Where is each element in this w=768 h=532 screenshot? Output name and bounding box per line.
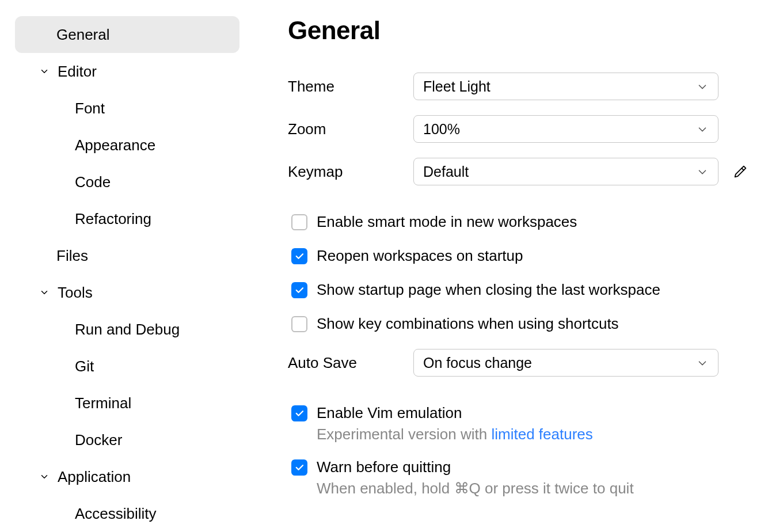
- sidebar-item-docker[interactable]: Docker: [15, 421, 239, 458]
- row-theme: Theme Fleet Light: [288, 73, 750, 100]
- sidebar-item-label: Appearance: [75, 136, 155, 154]
- sidebar-item-editor[interactable]: Editor: [15, 53, 239, 90]
- zoom-select-value: 100%: [423, 121, 460, 138]
- sidebar-item-git[interactable]: Git: [15, 348, 239, 385]
- autosave-select[interactable]: On focus change: [413, 349, 718, 377]
- smart-mode-label: Enable smart mode in new workspaces: [317, 213, 577, 231]
- sidebar-item-label: Git: [75, 358, 94, 375]
- chevron-down-icon: [36, 63, 53, 80]
- theme-select-value: Fleet Light: [423, 78, 491, 95]
- keymap-label: Keymap: [288, 163, 413, 181]
- vim-features-link[interactable]: limited features: [491, 425, 592, 443]
- sidebar-item-accessibility[interactable]: Accessibility: [15, 495, 239, 532]
- warn-quit-description: When enabled, hold ⌘Q or press it twice …: [317, 480, 750, 497]
- theme-label: Theme: [288, 78, 413, 96]
- chevron-down-icon: [696, 356, 709, 369]
- sidebar-item-label: Run and Debug: [75, 321, 180, 339]
- sidebar-item-application[interactable]: Application: [15, 458, 239, 495]
- row-show-startup: Show startup page when closing the last …: [288, 281, 750, 299]
- sidebar-item-terminal[interactable]: Terminal: [15, 385, 239, 421]
- chevron-down-icon: [696, 123, 709, 135]
- row-warn-quit: Warn before quitting: [288, 458, 750, 476]
- row-show-keycombos: Show key combinations when using shortcu…: [288, 315, 750, 333]
- keymap-select-value: Default: [423, 164, 469, 180]
- keymap-select[interactable]: Default: [413, 158, 718, 185]
- warn-quit-checkbox[interactable]: [291, 459, 307, 476]
- pencil-icon[interactable]: [732, 164, 748, 180]
- sidebar-item-label: General: [56, 26, 110, 44]
- sidebar-item-label: Editor: [58, 63, 97, 81]
- show-startup-label: Show startup page when closing the last …: [317, 281, 660, 299]
- sidebar-item-label: Application: [58, 468, 131, 486]
- smart-mode-checkbox[interactable]: [291, 214, 307, 230]
- sidebar-item-refactoring[interactable]: Refactoring: [15, 200, 239, 237]
- sidebar: General Editor Font Appearance Code Refa…: [0, 0, 253, 532]
- sidebar-item-label: Docker: [75, 431, 122, 449]
- sidebar-item-appearance[interactable]: Appearance: [15, 127, 239, 164]
- chevron-down-icon: [696, 80, 709, 93]
- sidebar-item-font[interactable]: Font: [15, 90, 239, 127]
- autosave-select-value: On focus change: [423, 355, 532, 371]
- sidebar-item-code[interactable]: Code: [15, 164, 239, 200]
- chevron-down-icon: [696, 165, 709, 178]
- page-title: General: [288, 16, 750, 45]
- zoom-select[interactable]: 100%: [413, 115, 718, 143]
- sidebar-item-files[interactable]: Files: [15, 237, 239, 274]
- warn-quit-label: Warn before quitting: [317, 458, 451, 476]
- sidebar-item-label: Code: [75, 173, 111, 191]
- vim-label: Enable Vim emulation: [317, 404, 462, 422]
- reopen-checkbox[interactable]: [291, 248, 307, 264]
- sidebar-item-tools[interactable]: Tools: [15, 274, 239, 311]
- vim-desc-prefix: Experimental version with: [317, 425, 491, 443]
- main-panel: General Theme Fleet Light Zoom 100% Keym…: [253, 0, 768, 532]
- svg-line-0: [742, 168, 744, 170]
- show-keycombos-checkbox[interactable]: [291, 316, 307, 332]
- row-reopen: Reopen workspaces on startup: [288, 247, 750, 265]
- sidebar-item-label: Refactoring: [75, 210, 151, 228]
- row-vim: Enable Vim emulation: [288, 404, 750, 422]
- row-zoom: Zoom 100%: [288, 115, 750, 143]
- sidebar-item-general[interactable]: General: [15, 16, 239, 53]
- show-startup-checkbox[interactable]: [291, 282, 307, 298]
- theme-select[interactable]: Fleet Light: [413, 73, 718, 100]
- sidebar-item-label: Tools: [58, 284, 93, 302]
- row-keymap: Keymap Default: [288, 158, 750, 185]
- autosave-label: Auto Save: [288, 354, 413, 372]
- reopen-label: Reopen workspaces on startup: [317, 247, 523, 265]
- sidebar-item-label: Font: [75, 100, 105, 117]
- chevron-down-icon: [36, 468, 53, 485]
- sidebar-item-label: Accessibility: [75, 505, 157, 523]
- zoom-label: Zoom: [288, 120, 413, 138]
- sidebar-item-label: Files: [56, 247, 88, 265]
- show-keycombos-label: Show key combinations when using shortcu…: [317, 315, 619, 333]
- vim-checkbox[interactable]: [291, 405, 307, 421]
- sidebar-item-label: Terminal: [75, 394, 131, 412]
- row-autosave: Auto Save On focus change: [288, 349, 750, 377]
- row-smart-mode: Enable smart mode in new workspaces: [288, 213, 750, 231]
- sidebar-item-run-debug[interactable]: Run and Debug: [15, 311, 239, 348]
- chevron-down-icon: [36, 284, 53, 301]
- vim-description: Experimental version with limited featur…: [317, 425, 750, 443]
